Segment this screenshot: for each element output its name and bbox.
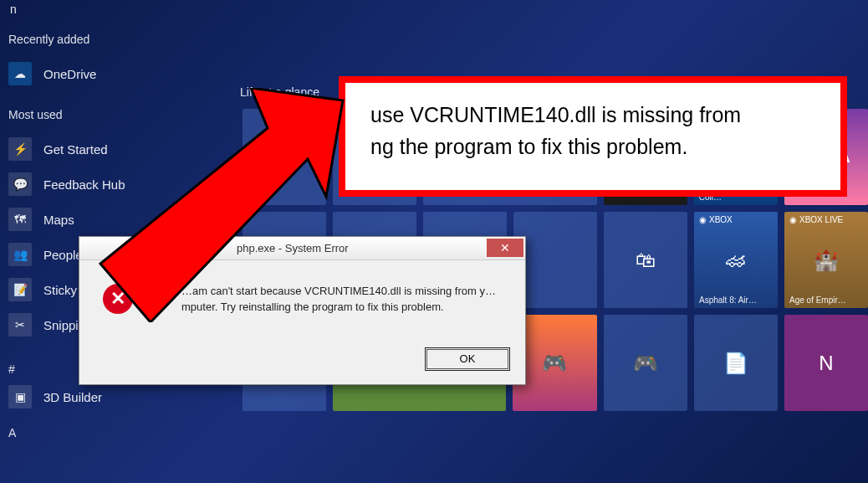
getstarted-icon: ⚡ — [8, 137, 32, 161]
dialog-message: …am can't start because VCRUNTIME140.dll… — [148, 284, 508, 316]
getstarted-label: Get Started — [43, 142, 108, 157]
tile-office[interactable]: 📄 — [694, 315, 778, 411]
feedbackhub-icon: 💬 — [8, 172, 32, 196]
menu-item-feedbackhub[interactable]: 💬 Feedback Hub — [8, 167, 226, 202]
error-dialog: php.exe - System Error ✕ ✕ …am can't sta… — [79, 236, 526, 385]
menu-item-getstarted[interactable]: ⚡ Get Started — [8, 131, 226, 167]
a-header: A — [8, 426, 226, 439]
ageempires-label: Age of Empir… — [789, 295, 846, 305]
menu-truncated-header: n — [10, 3, 226, 16]
dialog-titlebar[interactable]: php.exe - System Error ✕ — [79, 237, 525, 260]
asphalt-label: Asphalt 8: Air… — [699, 295, 757, 305]
feedbackhub-label: Feedback Hub — [43, 177, 125, 192]
ok-button[interactable]: OK — [426, 349, 508, 369]
tile-blank1[interactable] — [513, 212, 597, 308]
xboxlive-badge: ◉ XBOX LIVE — [789, 215, 843, 224]
life-at-a-glance-label: Life at a glance — [240, 85, 319, 99]
stickynotes-icon: 📝 — [8, 278, 32, 301]
snipping-icon: ✂ — [8, 313, 32, 337]
highlight-line2: ng the program to fix this problem. — [370, 131, 827, 163]
people-label: People — [43, 248, 83, 262]
onedrive-icon: ☁ — [8, 62, 32, 85]
3dbuilder-label: 3D Builder — [43, 390, 102, 404]
error-icon: ✕ — [103, 284, 133, 314]
highlight-line1: use VCRUNTIME140.dll is missing from — [370, 100, 827, 131]
dialog-body: ✕ …am can't start because VCRUNTIME140.d… — [79, 260, 525, 384]
maps-icon: 🗺 — [8, 208, 32, 231]
tile-game2[interactable]: 🎮 — [604, 315, 687, 411]
xbox-badge-2: ◉ XBOX — [699, 215, 733, 224]
highlight-callout: use VCRUNTIME140.dll is missing from ng … — [339, 76, 847, 197]
tile-onenote[interactable]: N — [784, 315, 868, 411]
menu-item-maps[interactable]: 🗺 Maps — [8, 202, 226, 237]
onedrive-label: OneDrive — [43, 67, 96, 81]
tile-calendar[interactable] — [243, 109, 326, 205]
close-icon: ✕ — [500, 241, 510, 254]
3dbuilder-icon: ▣ — [8, 385, 32, 408]
recently-added-label: Recently added — [8, 33, 226, 46]
dialog-title: php.exe - System Error — [237, 242, 349, 254]
tile-ageempires[interactable]: ◉ XBOX LIVE 🏰Age of Empir… — [784, 212, 868, 308]
tile-store[interactable]: 🛍 — [604, 212, 687, 308]
menu-item-onedrive[interactable]: ☁ OneDrive — [8, 56, 226, 91]
maps-label: Maps — [43, 213, 74, 227]
people-icon: 👥 — [8, 243, 32, 266]
most-used-label: Most used — [8, 108, 226, 121]
tile-asphalt[interactable]: ◉ XBOX 🏎Asphalt 8: Air… — [694, 212, 778, 308]
close-button[interactable]: ✕ — [487, 239, 523, 257]
